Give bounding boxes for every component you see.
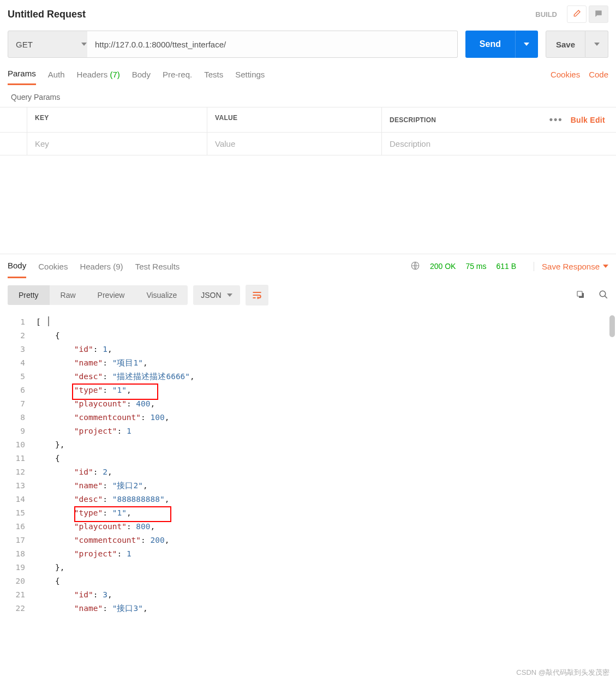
status-size: 611 B [497,262,517,271]
wrap-button[interactable] [246,285,268,305]
query-params-label: Query Params [0,85,616,107]
code-line: 12 "id": 2, [0,465,616,479]
value-input[interactable]: Value [207,133,382,155]
wrap-icon [252,290,262,301]
headers-count: (7) [110,70,119,79]
save-dropdown[interactable] [585,31,608,58]
more-options-icon[interactable]: ••• [549,114,563,125]
response-body[interactable]: 1[2 {3 "id": 1,4 "name": "项目1",5 "desc":… [0,311,616,620]
chevron-down-icon [603,265,608,268]
resp-headers-count: (9) [113,262,123,271]
code-line: 5 "desc": "描述描述描述6666", [0,370,616,384]
tab-prereq[interactable]: Pre-req. [163,64,192,85]
highlight-box-1 [72,384,158,400]
code-line: 18 "project": 1 [0,547,616,561]
key-input[interactable]: Key [27,133,207,155]
resp-tab-test[interactable]: Test Results [135,255,180,278]
format-type-label: JSON [201,291,221,299]
code-line: 3 "id": 1, [0,343,616,356]
build-label[interactable]: BUILD [535,10,557,19]
svg-rect-2 [577,291,582,296]
tab-headers-label: Headers [77,70,108,79]
code-link[interactable]: Code [589,70,608,79]
col-desc-header: DESCRIPTION [390,116,436,124]
code-line: 14 "desc": "888888888", [0,493,616,506]
request-title[interactable]: Untitled Request [8,9,535,20]
copy-icon[interactable] [576,290,585,301]
format-raw[interactable]: Raw [50,285,87,305]
code-line: 17 "commentcount": 200, [0,534,616,547]
tab-settings[interactable]: Settings [235,64,265,85]
chevron-down-icon [594,43,600,46]
bulk-edit-link[interactable]: Bulk Edit [571,116,605,124]
save-response-label: Save Response [542,262,600,271]
chevron-down-icon [81,43,87,46]
desc-input[interactable]: Description [382,133,616,155]
save-response-link[interactable]: Save Response [534,262,608,271]
method-label: GET [16,40,33,49]
format-type-select[interactable]: JSON [193,285,240,305]
col-key-header: KEY [27,107,207,132]
globe-icon[interactable] [410,261,420,272]
code-line: 19 }, [0,561,616,574]
method-select[interactable]: GET [8,31,95,58]
tab-tests[interactable]: Tests [204,64,223,85]
chevron-down-icon [227,293,232,297]
url-input[interactable]: http://127.0.0.1:8000/ttest_interface/ [87,31,458,58]
cookies-link[interactable]: Cookies [551,70,580,79]
format-pretty[interactable]: Pretty [8,285,50,305]
tab-headers[interactable]: Headers (7) [77,64,120,85]
edit-button[interactable] [567,5,587,23]
resp-tab-headers[interactable]: Headers (9) [80,255,123,278]
col-value-header: VALUE [207,107,382,132]
resp-tab-body[interactable]: Body [8,254,26,278]
tab-body[interactable]: Body [132,64,151,85]
code-line: 10 }, [0,438,616,452]
tab-params[interactable]: Params [8,63,36,85]
scrollbar[interactable] [609,315,615,337]
tab-auth[interactable]: Auth [48,64,65,85]
code-line: 11 { [0,452,616,465]
code-line: 20 { [0,574,616,588]
comment-button[interactable] [589,5,608,23]
pencil-icon [572,9,581,20]
resp-tab-cookies[interactable]: Cookies [38,255,68,278]
chevron-down-icon [524,43,529,46]
resp-headers-label: Headers [80,262,111,271]
status-code: 200 OK [430,262,456,271]
code-line: 8 "commentcount": 100, [0,411,616,424]
status-time: 75 ms [465,262,486,271]
cursor [48,316,49,326]
code-line: 21 "id": 3, [0,588,616,602]
comment-icon [594,9,603,20]
save-button[interactable]: Save [546,31,585,58]
code-line: 22 "name": "接口3", [0,602,616,615]
code-line: 1[ [0,315,616,329]
code-line: 9 "project": 1 [0,424,616,438]
send-button[interactable]: Send [465,31,515,58]
code-line: 2 { [0,329,616,343]
send-dropdown[interactable] [515,31,538,58]
format-preview[interactable]: Preview [87,285,136,305]
code-line: 4 "name": "项目1", [0,356,616,370]
code-line: 13 "name": "接口2", [0,479,616,493]
highlight-box-2 [74,506,171,522]
params-table: KEY VALUE DESCRIPTION ••• Bulk Edit Key … [0,107,616,155]
search-icon[interactable] [599,290,608,301]
format-visualize[interactable]: Visualize [135,285,188,305]
svg-point-3 [600,291,606,297]
